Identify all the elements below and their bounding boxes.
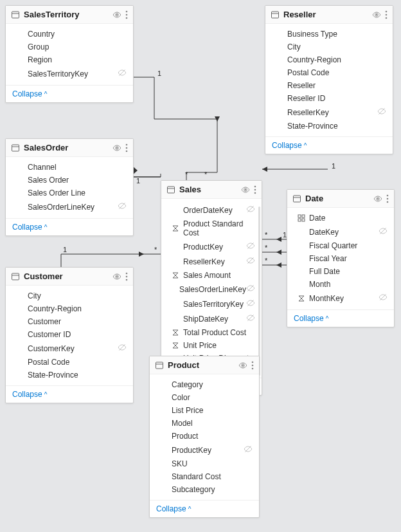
table-header[interactable]: Reseller — [265, 6, 393, 24]
more-options-icon[interactable] — [385, 10, 388, 19]
field-row[interactable]: SalesOrderLineKey — [161, 282, 262, 297]
visibility-icon[interactable] — [238, 361, 247, 370]
field-row[interactable]: SalesOrderLineKey — [6, 199, 133, 214]
field-row[interactable]: Category — [150, 378, 259, 391]
collapse-button[interactable]: Collapse ^ — [12, 223, 47, 232]
field-row[interactable]: Country-Region — [6, 302, 133, 315]
svg-point-53 — [387, 201, 389, 203]
collapse-button[interactable]: Collapse ^ — [294, 314, 328, 323]
field-row[interactable]: Date — [287, 212, 394, 225]
more-options-icon[interactable] — [386, 194, 389, 203]
field-row[interactable]: Product Standard Cost — [161, 217, 262, 239]
table-header[interactable]: Customer — [6, 268, 133, 286]
field-row[interactable]: DateKey — [287, 225, 394, 239]
more-options-icon[interactable] — [251, 361, 254, 370]
field-row[interactable]: List Price — [150, 404, 259, 417]
table-reseller[interactable]: ResellerBusiness TypeCityCountry-RegionP… — [265, 5, 393, 154]
more-options-icon[interactable] — [125, 143, 128, 152]
field-row[interactable]: Standard Cost — [150, 470, 259, 483]
field-label: MonthKey — [309, 294, 379, 303]
field-row[interactable]: Channel — [6, 161, 133, 174]
table-salesorder[interactable]: SalesOrderChannelSales OrderSales Order … — [5, 138, 134, 236]
chevron-up-icon: ^ — [188, 506, 192, 513]
field-row[interactable]: Fiscal Year — [287, 252, 394, 265]
field-row[interactable]: Sales Order Line — [6, 187, 133, 199]
table-customer[interactable]: CustomerCityCountry-RegionCustomerCustom… — [5, 267, 134, 403]
field-row[interactable]: ResellerKey — [161, 254, 262, 269]
hidden-icon — [246, 256, 255, 267]
table-product[interactable]: ProductCategoryColorList PriceModelProdu… — [149, 356, 260, 518]
visibility-icon[interactable] — [112, 143, 121, 152]
table-header[interactable]: Date — [287, 190, 394, 208]
visibility-icon[interactable] — [373, 194, 382, 203]
field-row[interactable]: State-Province — [265, 120, 393, 133]
field-row[interactable]: Reseller — [265, 79, 393, 92]
visibility-icon[interactable] — [112, 10, 121, 19]
visibility-icon[interactable] — [112, 272, 121, 281]
collapse-button[interactable]: Collapse ^ — [12, 89, 47, 98]
field-row[interactable]: City — [265, 41, 393, 53]
collapse-button[interactable]: Collapse ^ — [12, 390, 47, 399]
field-row[interactable]: City — [6, 289, 133, 302]
field-row[interactable]: Business Type — [265, 28, 393, 41]
field-row[interactable]: Country-Region — [265, 53, 393, 66]
field-row[interactable]: Sales Order — [6, 174, 133, 187]
table-date[interactable]: DateDateDateKeyFiscal QuarterFiscal Year… — [287, 189, 395, 327]
field-row[interactable]: Total Product Cost — [161, 326, 262, 339]
field-row[interactable]: Unit Price — [161, 339, 262, 352]
table-fields: CityCountry-RegionCustomerCustomer IDCus… — [6, 286, 133, 385]
field-row[interactable]: OrderDateKey — [161, 203, 262, 217]
field-row[interactable]: Customer ID — [6, 328, 133, 341]
table-salesterritory[interactable]: SalesTerritoryCountryGroupRegionSalesTer… — [5, 5, 134, 103]
field-row[interactable]: Country — [6, 28, 133, 41]
field-row[interactable]: Month — [287, 278, 394, 291]
svg-point-52 — [387, 197, 389, 199]
field-row[interactable]: Subcategory — [150, 483, 259, 496]
table-header[interactable]: SalesTerritory — [6, 6, 133, 24]
svg-rect-57 — [302, 219, 305, 221]
table-header[interactable]: Sales — [161, 181, 262, 199]
field-row[interactable]: SKU — [150, 457, 259, 470]
field-row[interactable]: Postal Code — [6, 356, 133, 369]
field-label: SalesOrderLineKey — [28, 203, 118, 212]
visibility-icon[interactable] — [241, 185, 250, 194]
svg-point-20 — [126, 150, 128, 152]
field-row[interactable]: Color — [150, 391, 259, 404]
field-row[interactable]: ShipDateKey — [161, 311, 262, 326]
field-row[interactable]: State-Province — [6, 369, 133, 381]
field-row[interactable]: Model — [150, 417, 259, 430]
visibility-icon[interactable] — [372, 10, 381, 19]
hidden-icon — [118, 201, 127, 212]
more-options-icon[interactable] — [254, 185, 256, 194]
field-row[interactable]: Customer — [6, 315, 133, 328]
svg-point-26 — [126, 275, 128, 277]
field-label: OrderDateKey — [183, 206, 246, 215]
field-row[interactable]: ProductKey — [161, 239, 262, 254]
field-label: Category — [172, 380, 253, 389]
scrollbar[interactable] — [258, 206, 260, 376]
field-row[interactable]: Product — [150, 430, 259, 443]
field-row[interactable]: Postal Code — [265, 66, 393, 79]
field-row[interactable]: SalesTerritoryKey — [6, 66, 133, 81]
field-row[interactable]: SalesTerritoryKey — [161, 297, 262, 311]
svg-marker-2 — [139, 252, 144, 257]
table-header[interactable]: Product — [150, 356, 259, 374]
collapse-button[interactable]: Collapse ^ — [156, 504, 191, 513]
field-row[interactable]: Full Date — [287, 265, 394, 278]
field-row[interactable]: Group — [6, 41, 133, 53]
field-row[interactable]: ResellerKey — [265, 105, 393, 120]
table-header[interactable]: SalesOrder — [6, 139, 133, 157]
field-row[interactable]: Sales Amount — [161, 269, 262, 282]
field-row[interactable]: CustomerKey — [6, 341, 133, 356]
field-row[interactable]: MonthKey — [287, 291, 394, 306]
table-fields: CategoryColorList PriceModelProductProdu… — [150, 374, 259, 500]
more-options-icon[interactable] — [125, 272, 128, 281]
field-label: State-Province — [287, 122, 386, 131]
svg-point-13 — [126, 17, 128, 19]
field-row[interactable]: Reseller ID — [265, 92, 393, 105]
collapse-button[interactable]: Collapse ^ — [272, 141, 307, 150]
field-row[interactable]: ProductKey — [150, 443, 259, 457]
field-row[interactable]: Region — [6, 53, 133, 66]
field-row[interactable]: Fiscal Quarter — [287, 239, 394, 252]
more-options-icon[interactable] — [125, 10, 128, 19]
